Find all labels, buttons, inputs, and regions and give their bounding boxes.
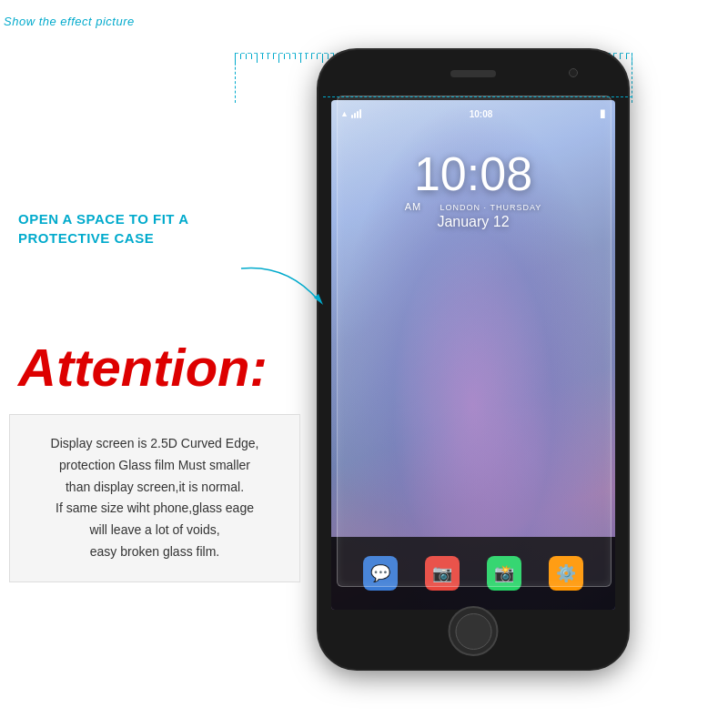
wifi-icon: ▲ [340, 109, 349, 118]
lock-time-display: 10:08 [331, 150, 615, 197]
description-content: Display screen is 2.5D Curved Edge, prot… [51, 436, 259, 559]
svg-rect-8 [257, 54, 258, 63]
messages-icon: 💬 [370, 563, 390, 583]
description-box: Display screen is 2.5D Curved Edge, prot… [9, 414, 300, 582]
status-icons-right: ▊ [601, 110, 606, 118]
open-space-text: OPEN A SPACE TO FIT A PROTECTIVE CASE [18, 211, 188, 246]
status-time: 10:08 [470, 109, 493, 119]
phone-screen: ▲ 10:08 ▊ 10:08 [331, 100, 615, 610]
svg-rect-14 [289, 54, 290, 59]
attention-heading: Attention: [18, 337, 268, 398]
svg-rect-16 [300, 54, 301, 63]
svg-rect-5 [240, 54, 241, 59]
phone-nav-bar: 💬 📷 📸 ⚙️ [331, 537, 615, 610]
lock-date-display: January 12 [331, 214, 615, 230]
home-button[interactable] [449, 606, 499, 656]
signal-icon [351, 109, 361, 118]
svg-rect-13 [284, 54, 285, 59]
svg-rect-9 [262, 54, 263, 59]
settings-icon: ⚙️ [556, 563, 576, 583]
svg-rect-10 [268, 54, 268, 59]
app-icon-phone: 📷 [425, 556, 460, 591]
svg-rect-18 [311, 54, 312, 59]
lock-screen-time-area: 10:08 AM LONDON · THURSDAY January 12 [331, 150, 615, 230]
phone-earpiece [450, 70, 496, 77]
app-icon-messages: 💬 [363, 556, 398, 591]
svg-rect-11 [273, 54, 274, 59]
phone-camera [569, 68, 578, 77]
svg-rect-19 [317, 54, 318, 59]
phone-device: ▲ 10:08 ▊ 10:08 [318, 50, 628, 669]
battery-icon: ▊ [601, 110, 606, 118]
camera-icon: 📸 [494, 563, 514, 583]
phone-icon: 📷 [432, 563, 452, 583]
svg-marker-46 [314, 294, 323, 305]
measure-line-phone-top [323, 96, 632, 97]
status-icons-left: ▲ [340, 109, 361, 118]
location-label: LONDON · THURSDAY [440, 203, 542, 212]
svg-rect-12 [278, 54, 279, 63]
svg-rect-6 [246, 54, 247, 59]
home-button-inner [455, 613, 491, 650]
app-icon-settings: ⚙️ [549, 556, 583, 591]
app-icon-camera: 📸 [487, 556, 521, 591]
arrow-pointer [232, 259, 332, 314]
svg-rect-17 [306, 54, 307, 59]
phone-body: ▲ 10:08 ▊ 10:08 [318, 50, 628, 669]
svg-rect-7 [251, 54, 252, 59]
ruler-vert-left [235, 53, 237, 103]
show-effect-label: Show the effect picture [4, 15, 135, 28]
ampm-label: AM [405, 201, 422, 212]
svg-rect-15 [295, 54, 296, 59]
ruler-vert-right [632, 53, 633, 103]
status-bar: ▲ 10:08 ▊ [331, 100, 615, 127]
lock-time-ampm: AM LONDON · THURSDAY [331, 201, 615, 212]
open-space-section: OPEN A SPACE TO FIT A PROTECTIVE CASE [18, 209, 300, 248]
open-space-label: OPEN A SPACE TO FIT A PROTECTIVE CASE [18, 209, 300, 248]
description-text: Display screen is 2.5D Curved Edge, prot… [33, 433, 277, 563]
